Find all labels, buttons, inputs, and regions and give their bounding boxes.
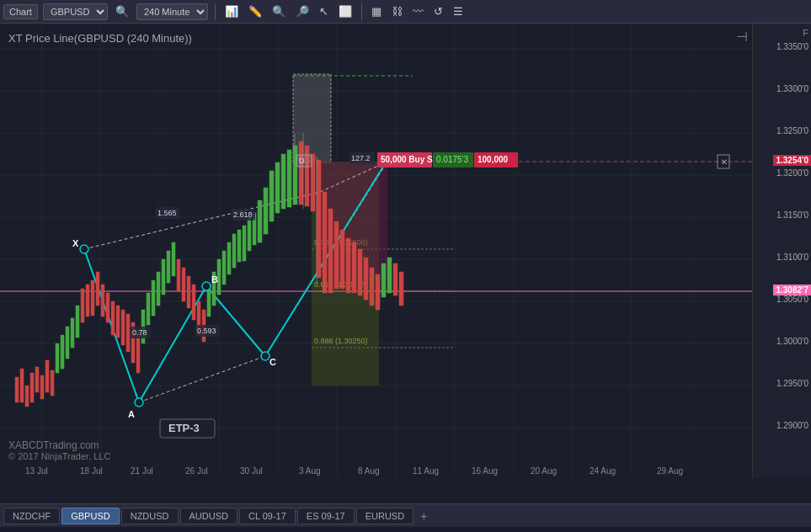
chart-svg: ✕ 0.382 (1.31500) 0.618 (1.30875) 0.886 … [0, 24, 752, 478]
wave-icon[interactable]: 〰 [410, 3, 426, 19]
svg-rect-90 [237, 230, 241, 262]
tab-nzdchf[interactable]: NZDCHF [3, 508, 60, 524]
svg-rect-46 [15, 377, 19, 402]
svg-rect-81 [192, 285, 195, 320]
svg-text:D: D [299, 157, 305, 165]
pencil-icon[interactable]: ✏️ [246, 3, 264, 19]
svg-point-126 [202, 282, 211, 290]
svg-text:0.0175'3: 0.0175'3 [436, 155, 468, 164]
tab-gbpusd[interactable]: GBPUSD [61, 508, 119, 524]
svg-point-128 [261, 352, 269, 360]
watermark-line2: © 2017 NinjaTrader, LLC [8, 451, 110, 461]
svg-rect-67 [121, 310, 125, 345]
svg-rect-92 [248, 217, 251, 251]
svg-text:127.2: 127.2 [351, 154, 371, 162]
price-label-3: 1.3250'0 [776, 126, 808, 136]
price-label-5: 1.3150'0 [776, 210, 808, 220]
svg-rect-65 [111, 301, 115, 335]
svg-rect-95 [264, 188, 268, 234]
svg-rect-63 [101, 285, 104, 317]
svg-rect-78 [177, 259, 180, 291]
svg-rect-66 [116, 306, 120, 338]
svg-rect-114 [376, 274, 380, 310]
bar-chart-icon[interactable]: 📊 [222, 3, 241, 19]
template-icon[interactable]: ⬜ [336, 3, 355, 19]
svg-point-122 [80, 245, 88, 253]
add-tab-button[interactable]: + [415, 508, 432, 524]
svg-rect-50 [35, 367, 39, 392]
tab-cl0917[interactable]: CL 09-17 [239, 508, 296, 524]
svg-text:16 Aug: 16 Aug [472, 466, 498, 476]
tab-bar: NZDCHF GBPUSD NZDUSD AUDUSD CL 09-17 ES … [0, 503, 811, 527]
svg-rect-74 [157, 272, 160, 306]
svg-text:21 Jul: 21 Jul [131, 466, 153, 476]
svg-rect-79 [182, 268, 185, 301]
svg-text:8 Aug: 8 Aug [358, 466, 380, 476]
link-icon[interactable]: ⛓ [389, 3, 405, 19]
svg-text:C: C [269, 357, 276, 367]
svg-text:11 Aug: 11 Aug [413, 466, 439, 476]
svg-rect-54 [56, 343, 59, 373]
svg-rect-80 [187, 276, 190, 308]
buy-price-label: 1.3254'0 [773, 155, 811, 166]
svg-rect-116 [387, 258, 392, 293]
tab-audusd[interactable]: AUDUSD [180, 508, 237, 524]
svg-rect-117 [393, 263, 397, 295]
svg-text:26 Jul: 26 Jul [185, 466, 208, 476]
svg-text:3 Aug: 3 Aug [299, 466, 321, 476]
symbol-select[interactable]: GBPUSD [43, 3, 108, 20]
svg-text:18 Jul: 18 Jul [80, 466, 103, 476]
search-icon[interactable]: 🔍 [113, 3, 131, 19]
svg-rect-53 [51, 370, 54, 396]
price-axis: 1.3350'0 1.3300'0 1.3250'0 1.3254'0 1.32… [752, 24, 811, 478]
price-label-8: 1.3000'0 [776, 337, 808, 346]
svg-rect-109 [346, 238, 350, 293]
list-icon[interactable]: ☰ [451, 3, 466, 19]
svg-rect-57 [71, 318, 74, 348]
svg-text:1.565: 1.565 [157, 209, 177, 217]
svg-rect-68 [126, 314, 130, 352]
collapse-button[interactable]: ⊣ [736, 29, 748, 45]
svg-rect-58 [76, 306, 79, 338]
svg-rect-99 [287, 150, 291, 207]
svg-rect-88 [227, 242, 231, 274]
svg-text:100,000: 100,000 [478, 155, 509, 164]
svg-text:A: A [128, 409, 135, 419]
svg-rect-101 [299, 141, 303, 205]
svg-text:20 Aug: 20 Aug [531, 466, 557, 476]
svg-text:2.618: 2.618 [233, 210, 253, 219]
svg-text:0.78: 0.78 [132, 328, 147, 337]
svg-rect-73 [152, 280, 155, 316]
svg-rect-75 [162, 259, 165, 295]
tab-nzdusd[interactable]: NZDUSD [121, 508, 179, 524]
price-label-7: 1.3050'0 [776, 295, 808, 304]
svg-rect-98 [281, 154, 285, 209]
price-label-9: 1.2950'0 [776, 379, 808, 388]
tab-eurusd[interactable]: EURUSD [356, 508, 414, 524]
chart-menu-button[interactable]: Chart [3, 4, 38, 19]
svg-rect-108 [340, 230, 344, 289]
svg-rect-62 [96, 272, 99, 306]
cursor-icon[interactable]: ↖ [317, 3, 331, 19]
magnify-icon[interactable]: 🔍 [269, 3, 288, 19]
refresh-icon[interactable]: ↺ [431, 3, 446, 19]
f-label: F [803, 28, 808, 38]
svg-rect-96 [269, 171, 274, 221]
tab-es0917[interactable]: ES 09-17 [297, 508, 355, 524]
price-label-4: 1.3200'0 [776, 168, 808, 178]
price-label-6: 1.3100'0 [776, 253, 808, 262]
svg-rect-55 [61, 335, 64, 369]
svg-rect-49 [30, 373, 34, 402]
svg-rect-91 [243, 226, 246, 261]
svg-rect-56 [66, 327, 69, 359]
timeframe-select[interactable]: 240 Minute [136, 3, 208, 20]
zoom-out-icon[interactable]: 🔎 [293, 3, 312, 19]
column-icon[interactable]: ▦ [369, 3, 384, 19]
separator-2 [361, 3, 362, 20]
svg-rect-107 [334, 221, 339, 289]
watermark-line1: XABCDTrading.com [8, 439, 110, 451]
svg-rect-48 [25, 386, 29, 407]
price-label-2: 1.3300'0 [776, 84, 808, 93]
svg-text:24 Aug: 24 Aug [590, 466, 616, 476]
svg-rect-89 [232, 234, 236, 268]
